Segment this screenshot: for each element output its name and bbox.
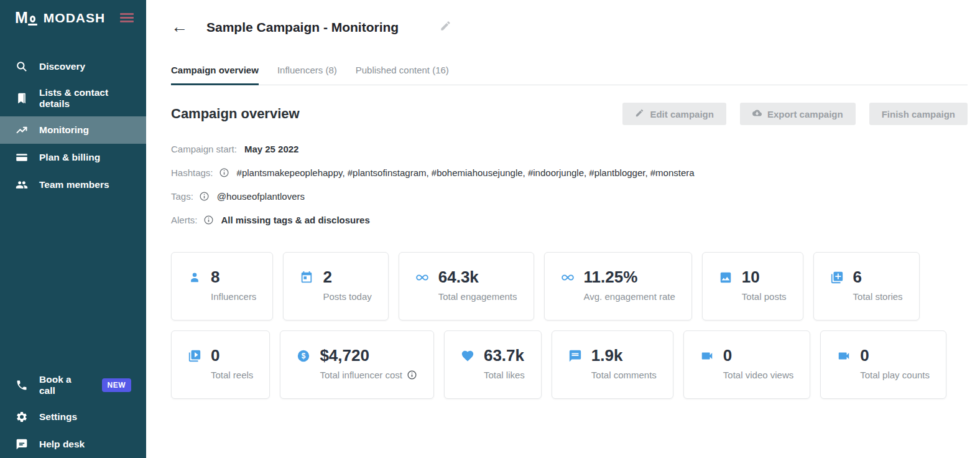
credit-card-icon — [15, 151, 29, 164]
alerts-row: Alerts: All missing tags & ad disclosure… — [171, 215, 968, 225]
main-content: ← Sample Campaign - Monitoring Campaign … — [146, 0, 980, 458]
sidebar-item-label: Settings — [39, 411, 77, 423]
sidebar-item-book-a-call[interactable]: Book a call NEW — [0, 367, 146, 403]
tags-row: Tags: @houseofplantlovers — [171, 191, 968, 202]
page-title: Sample Campaign - Monitoring — [206, 20, 399, 35]
tab-published-content[interactable]: Published content (16) — [356, 65, 449, 85]
sidebar-item-lists[interactable]: Lists & contact details — [0, 80, 146, 116]
infinity-icon — [415, 271, 429, 302]
info-icon[interactable] — [219, 167, 229, 178]
edit-campaign-button[interactable]: Edit campaign — [622, 103, 726, 125]
stat-card-total-video-views: 0 Total video views — [683, 330, 810, 399]
infinity-icon — [561, 271, 575, 302]
hashtags-row: Hashtags: #plantsmakepeoplehappy, #plant… — [171, 167, 968, 178]
stat-value: 63.7k — [484, 347, 525, 363]
stat-label: Total influencer cost — [320, 370, 402, 380]
sidebar-item-label: Book a call — [39, 374, 83, 396]
video-camera-icon — [700, 349, 714, 381]
button-label: Edit campaign — [650, 109, 714, 119]
tab-influencers[interactable]: Influencers (8) — [277, 65, 337, 85]
stat-card-total-play-counts: 0 Total play counts — [820, 330, 946, 399]
stat-value: 2 — [323, 269, 371, 285]
info-icon[interactable] — [199, 191, 210, 202]
stat-label: Total play counts — [860, 370, 930, 380]
button-label: Export campaign — [767, 109, 843, 119]
sidebar-item-monitoring[interactable]: Monitoring — [0, 116, 146, 144]
search-icon — [15, 60, 29, 73]
phone-icon — [15, 378, 29, 392]
stat-value: 11.25% — [584, 269, 675, 285]
trending-up-icon — [15, 123, 29, 137]
stat-value: 0 — [723, 347, 793, 363]
info-icon[interactable] — [407, 370, 417, 380]
logo-row: M MODASH — [0, 0, 146, 33]
stats-grid: 8 Influencers 2 Posts today 64.3k Tota — [171, 252, 968, 399]
stat-card-total-comments: 1.9k Total comments — [552, 330, 673, 399]
help-icon — [15, 437, 29, 451]
info-icon[interactable] — [203, 215, 214, 225]
reels-icon — [188, 349, 201, 381]
sidebar-item-help-desk[interactable]: Help desk — [0, 431, 146, 458]
tags-value: @houseofplantlovers — [217, 191, 305, 202]
stat-value: 64.3k — [438, 269, 517, 285]
sidebar-item-discovery[interactable]: Discovery — [0, 53, 146, 80]
stories-add-icon — [830, 271, 844, 302]
gear-icon — [15, 410, 29, 424]
hamburger-menu-icon[interactable] — [120, 13, 134, 22]
video-camera-icon — [837, 349, 851, 381]
section-header: Campaign overview Edit campaign Export c… — [171, 103, 968, 125]
field-label: Campaign start: — [171, 144, 237, 154]
sidebar-item-settings[interactable]: Settings — [0, 403, 146, 431]
sidebar-item-plan-billing[interactable]: Plan & billing — [0, 144, 146, 171]
comment-icon — [568, 349, 582, 381]
field-label: Hashtags: — [171, 167, 213, 178]
stat-card-total-reels: 0 Total reels — [171, 330, 270, 399]
stat-card-total-stories: 6 Total stories — [813, 252, 920, 320]
bookmark-icon — [15, 91, 29, 105]
stat-value: 6 — [853, 269, 903, 285]
image-icon — [719, 271, 733, 302]
sidebar-item-label: Monitoring — [39, 124, 89, 136]
stat-label: Total likes — [484, 370, 525, 380]
field-label: Alerts: — [171, 215, 198, 225]
stat-value: 8 — [211, 269, 256, 285]
finish-campaign-button[interactable]: Finish campaign — [869, 103, 968, 125]
stat-label: Influencers — [211, 291, 256, 302]
team-icon — [15, 178, 29, 192]
field-label: Tags: — [171, 191, 193, 202]
app-root: M MODASH Discovery Lists & contact detai… — [0, 0, 980, 458]
sidebar-bottom: Book a call NEW Settings Help desk — [0, 367, 146, 458]
export-campaign-button[interactable]: Export campaign — [740, 103, 856, 125]
tab-campaign-overview[interactable]: Campaign overview — [171, 65, 259, 85]
modash-logo-icon[interactable]: M — [15, 10, 37, 26]
sidebar-item-label: Lists & contact details — [39, 87, 131, 110]
page-header: ← Sample Campaign - Monitoring — [171, 0, 968, 35]
stat-card-posts-today: 2 Posts today — [283, 252, 388, 320]
stat-card-total-likes: 63.7k Total likes — [444, 330, 542, 399]
action-buttons: Edit campaign Export campaign Finish cam… — [622, 103, 968, 125]
stat-value: 0 — [211, 347, 253, 363]
sidebar-item-team-members[interactable]: Team members — [0, 171, 146, 199]
svg-text:$: $ — [302, 352, 306, 360]
campaign-start-row: Campaign start: May 25 2022 — [171, 144, 968, 154]
edit-title-pencil-icon[interactable] — [440, 20, 451, 34]
sidebar-item-label: Discovery — [39, 61, 85, 72]
cloud-download-icon — [752, 108, 762, 119]
back-arrow-icon[interactable]: ← — [171, 19, 188, 35]
sidebar-nav: Discovery Lists & contact details Monito… — [0, 53, 146, 199]
stat-label: Posts today — [323, 291, 371, 302]
stats-row-2: 0 Total reels $ $4,720 Total influencer … — [171, 330, 968, 399]
calendar-icon — [300, 271, 313, 302]
stat-card-total-influencer-cost: $ $4,720 Total influencer cost — [280, 330, 434, 399]
stat-label: Total comments — [591, 370, 657, 380]
pencil-icon — [635, 108, 644, 119]
stat-label: Total engagements — [438, 291, 517, 302]
stat-label: Total posts — [742, 291, 787, 302]
hashtags-value: #plantsmakepeoplehappy, #plantsofinstagr… — [237, 167, 695, 178]
stat-card-total-posts: 10 Total posts — [702, 252, 803, 320]
logo-text[interactable]: MODASH — [44, 11, 105, 26]
stat-card-influencers: 8 Influencers — [171, 252, 273, 320]
heart-icon — [461, 349, 474, 381]
stat-value: $4,720 — [320, 347, 417, 363]
sidebar-item-label: Plan & billing — [39, 152, 100, 163]
